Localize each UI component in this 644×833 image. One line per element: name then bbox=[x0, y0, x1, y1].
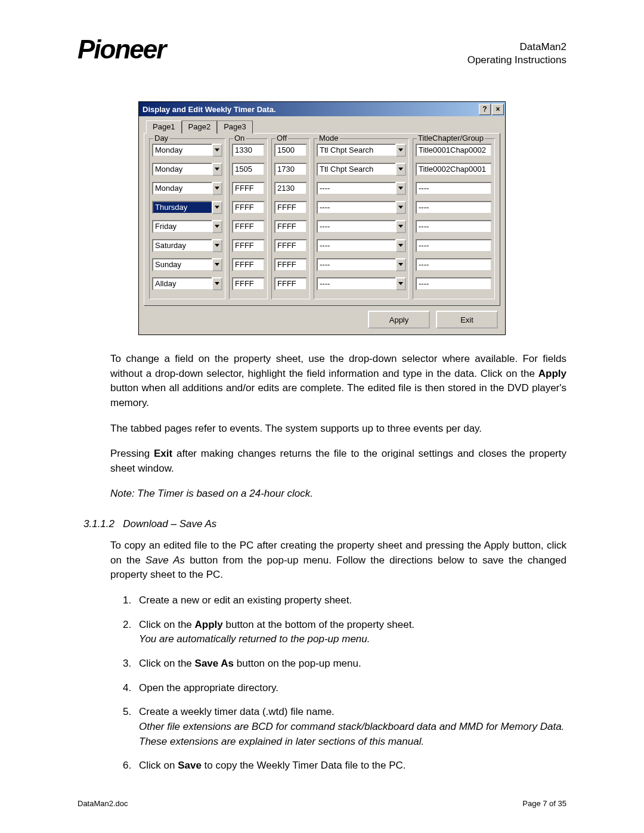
chevron-down-icon[interactable] bbox=[395, 239, 406, 252]
tcg-field[interactable]: ---- bbox=[416, 182, 492, 195]
doc-title: DataMan2 Operating Instructions bbox=[467, 41, 566, 67]
chevron-down-icon[interactable] bbox=[395, 163, 406, 176]
on-field[interactable]: FFFF bbox=[232, 258, 265, 271]
group-label: TitleChapter/Group bbox=[417, 134, 485, 143]
tcg-field[interactable]: Title0001Chap0002 bbox=[416, 144, 492, 157]
day-field[interactable]: Monday bbox=[152, 163, 213, 176]
chevron-down-icon[interactable] bbox=[212, 277, 222, 290]
mode-field[interactable]: ---- bbox=[317, 258, 397, 271]
on-field[interactable]: FFFF bbox=[232, 239, 265, 252]
off-field[interactable]: FFFF bbox=[274, 258, 307, 271]
list-item: Click on the Save As button on the pop-u… bbox=[134, 657, 566, 671]
footer-left: DataMan2.doc bbox=[78, 799, 128, 808]
chevron-down-icon[interactable] bbox=[395, 220, 406, 233]
svg-marker-6 bbox=[215, 244, 219, 247]
group-label: Day bbox=[153, 134, 169, 143]
on-field[interactable]: 1505 bbox=[232, 163, 265, 176]
mode-field[interactable]: ---- bbox=[317, 220, 397, 233]
chevron-down-icon[interactable] bbox=[395, 201, 406, 214]
svg-marker-15 bbox=[398, 263, 403, 266]
off-field[interactable]: FFFF bbox=[274, 239, 307, 252]
chevron-down-icon[interactable] bbox=[212, 220, 222, 233]
day-field[interactable]: Monday bbox=[152, 144, 213, 157]
tab-page2[interactable]: Page2 bbox=[182, 120, 218, 134]
on-field[interactable]: FFFF bbox=[232, 277, 265, 290]
paragraph: To copy an edited file to the PC after c… bbox=[78, 538, 566, 583]
list-item: Create a weekly timer data (.wtd) file n… bbox=[134, 705, 566, 749]
svg-marker-13 bbox=[398, 225, 403, 228]
off-field[interactable]: 2130 bbox=[274, 182, 307, 195]
tcg-field[interactable]: ---- bbox=[416, 239, 492, 252]
note: Note: The Timer is based on a 24-hour cl… bbox=[78, 487, 566, 501]
close-icon[interactable]: × bbox=[492, 104, 504, 115]
svg-marker-5 bbox=[215, 225, 219, 228]
chevron-down-icon[interactable] bbox=[212, 239, 222, 252]
paragraph: Pressing Exit after making changes retur… bbox=[78, 447, 566, 476]
tab-panel: DayMondayMondayMondayThursdayFridaySatur… bbox=[144, 133, 500, 306]
list-item: Open the appropriate directory. bbox=[134, 681, 566, 696]
svg-marker-9 bbox=[398, 148, 403, 151]
logo: Pioneer bbox=[78, 36, 233, 67]
day-field[interactable]: Friday bbox=[152, 220, 213, 233]
off-field[interactable]: 1730 bbox=[274, 163, 307, 176]
chevron-down-icon[interactable] bbox=[395, 144, 406, 157]
chevron-down-icon[interactable] bbox=[212, 201, 222, 214]
list-item: Create a new or edit an existing propert… bbox=[134, 593, 566, 608]
svg-marker-1 bbox=[215, 148, 219, 151]
on-field[interactable]: FFFF bbox=[232, 220, 265, 233]
day-field[interactable]: Sunday bbox=[152, 258, 213, 271]
section-heading: 3.1.1.2 Download – Save As bbox=[78, 518, 566, 530]
dialog-window: Display and Edit Weekly Timer Data. ? × … bbox=[138, 101, 506, 335]
off-field[interactable]: FFFF bbox=[274, 277, 307, 290]
titlebar: Display and Edit Weekly Timer Data. ? × bbox=[139, 102, 505, 116]
tcg-field[interactable]: ---- bbox=[416, 220, 492, 233]
svg-marker-8 bbox=[215, 282, 219, 285]
off-field[interactable]: 1500 bbox=[274, 144, 307, 157]
svg-marker-3 bbox=[215, 187, 219, 190]
list-item: Click on the Apply button at the bottom … bbox=[134, 618, 566, 647]
on-field[interactable]: 1330 bbox=[232, 144, 265, 157]
chevron-down-icon[interactable] bbox=[212, 182, 222, 195]
tcg-field[interactable]: ---- bbox=[416, 277, 492, 290]
tab-strip: Page1 Page2 Page3 bbox=[146, 120, 500, 133]
day-field[interactable]: Thursday bbox=[152, 201, 213, 214]
footer-right: Page 7 of 35 bbox=[522, 799, 566, 808]
svg-marker-7 bbox=[215, 263, 219, 266]
mode-field[interactable]: ---- bbox=[317, 201, 397, 214]
svg-marker-10 bbox=[398, 168, 403, 171]
mode-field[interactable]: ---- bbox=[317, 182, 397, 195]
tcg-field[interactable]: ---- bbox=[416, 258, 492, 271]
chevron-down-icon[interactable] bbox=[395, 258, 406, 271]
mode-field[interactable]: ---- bbox=[317, 277, 397, 290]
svg-marker-4 bbox=[215, 206, 219, 209]
help-icon[interactable]: ? bbox=[479, 104, 491, 115]
chevron-down-icon[interactable] bbox=[395, 182, 406, 195]
steps-list: Create a new or edit an existing propert… bbox=[78, 593, 566, 773]
group-label: Off bbox=[275, 134, 288, 143]
group-label: On bbox=[233, 134, 246, 143]
chevron-down-icon[interactable] bbox=[212, 144, 222, 157]
svg-marker-16 bbox=[398, 282, 403, 285]
tab-page3[interactable]: Page3 bbox=[217, 120, 253, 134]
apply-button[interactable]: Apply bbox=[368, 311, 430, 329]
exit-button[interactable]: Exit bbox=[436, 311, 498, 329]
tab-page1[interactable]: Page1 bbox=[146, 120, 182, 134]
svg-marker-14 bbox=[398, 244, 403, 247]
day-field[interactable]: Allday bbox=[152, 277, 213, 290]
off-field[interactable]: FFFF bbox=[274, 220, 307, 233]
chevron-down-icon[interactable] bbox=[212, 163, 222, 176]
mode-field[interactable]: Ttl Chpt Search bbox=[317, 144, 397, 157]
off-field[interactable]: FFFF bbox=[274, 201, 307, 214]
chevron-down-icon[interactable] bbox=[395, 277, 406, 290]
svg-marker-11 bbox=[398, 187, 403, 190]
tcg-field[interactable]: Title0002Chap0001 bbox=[416, 163, 492, 176]
tcg-field[interactable]: ---- bbox=[416, 201, 492, 214]
on-field[interactable]: FFFF bbox=[232, 182, 265, 195]
on-field[interactable]: FFFF bbox=[232, 201, 265, 214]
mode-field[interactable]: Ttl Chpt Search bbox=[317, 163, 397, 176]
day-field[interactable]: Monday bbox=[152, 182, 213, 195]
chevron-down-icon[interactable] bbox=[212, 258, 222, 271]
mode-field[interactable]: ---- bbox=[317, 239, 397, 252]
window-title: Display and Edit Weekly Timer Data. bbox=[143, 105, 276, 114]
day-field[interactable]: Saturday bbox=[152, 239, 213, 252]
